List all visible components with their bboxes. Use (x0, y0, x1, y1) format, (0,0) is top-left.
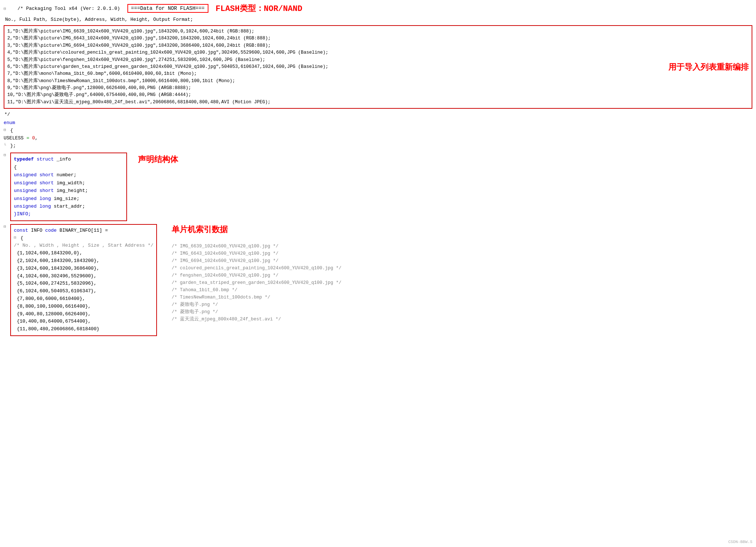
watermark: CSDN-BBW.S (728, 540, 752, 544)
data-entry-line: 9,"D:\图片库\png\菱致电子.png",128000,6626400,4… (7, 85, 749, 92)
data-entry-line: 10,"D:\图片库\png\菱致电子.png",64000,6754400,4… (7, 92, 749, 99)
const-entry-comment: /* garden_tea_striped_green_garden_1024x… (172, 279, 341, 286)
enum-member: USELESS (4, 135, 24, 141)
struct-member-line: unsigned short img_width; (14, 179, 123, 187)
const-entry-line: {9,400,80,128000,6626400}, (14, 311, 153, 318)
const-entry-comment: /* IMG_6639_1024x600_YUV420_q100.jpg */ (172, 243, 341, 250)
const-entry-comment: /* IMG_6643_1024x600_YUV420_q100.jpg */ (172, 250, 341, 257)
const-entry-comment: /* TimesNewRoman_1bit_100dots.bmp */ (172, 294, 341, 301)
const-entry-line: {7,800,60,6000,6610400}, (14, 295, 153, 303)
header-row: ⊟ /* Packaging Tool x64 (Ver: 2.0.1.0) =… (4, 3, 752, 14)
data-entry-line: 5,"D:\图片库\picture\fengshen_1024x600_YUV4… (7, 57, 749, 63)
const-declaration-rest: BINARY_INFO[11] = (60, 228, 108, 233)
struct-name: _info (57, 157, 71, 162)
struct-member-line: unsigned long start_addr; (14, 203, 123, 210)
fold-indicator-enum-close: └ (4, 142, 10, 149)
const-kw: const (14, 228, 28, 233)
index-label: 单片机索引数据 (168, 224, 228, 235)
data-entry-line: 1,"D:\图片库\picture\IMG_6639_1024x600_YUV4… (7, 28, 749, 35)
typedef-keyword: typedef (14, 157, 34, 162)
col-headers: No., Full Path, Size(byte), Address, Wid… (4, 17, 752, 22)
struct-box: typedef struct _info { unsigned short nu… (10, 153, 127, 221)
data-entry-line: 3,"D:\图片库\picture\IMG_6694_1024x600_YUV4… (7, 42, 749, 49)
enum-keyword: enum (4, 120, 15, 126)
fold-indicator-struct: ⊟ (4, 153, 10, 157)
const-section-row: ⊟ const INFO code BINARY_INFO[11] = ⊟ { … (4, 224, 752, 336)
struct-member-line: unsigned short img_height; (14, 187, 123, 194)
const-entry-comment: /* fengshen_1024x600_YUV420_q100.jpg */ (172, 272, 341, 279)
page-container: ⊟ /* Packaging Tool x64 (Ver: 2.0.1.0) =… (0, 0, 756, 547)
comment-close: */ (4, 112, 752, 117)
data-entry-line: 7,"D:\图片库\mono\Tahoma_1bit_60.bmp",6000,… (7, 70, 749, 77)
const-entry-line: {11,800,480,20606866,6818400} (14, 325, 153, 333)
struct-close: }INFO; (14, 210, 123, 218)
data-entry-line: 11,"D:\图片库\avi\蓝天流云_mjpeg_800x480_24f_be… (7, 99, 749, 106)
header-comment: /* Packaging Tool x64 (Ver: 2.0.1.0) (18, 6, 120, 11)
fold-indicator-const-brace: ⊟ (14, 235, 20, 241)
struct-open-brace: { (14, 163, 123, 171)
struct-member-line: unsigned short number; (14, 171, 123, 179)
const-entry-line: {5,1024,600,274251,5832096}, (14, 280, 153, 288)
const-entry-comment: /* 蓝天流云_mjpeg_800x480_24f_best.avi */ (172, 316, 341, 323)
const-entry-line: {2,1024,600,1843200,1843200}, (14, 257, 153, 265)
data-entry-line: 4,"D:\图片库\picture\coloured_pencils_great… (7, 49, 749, 56)
const-box: const INFO code BINARY_INFO[11] = ⊟ { /*… (10, 224, 157, 336)
code-kw: code (45, 228, 57, 233)
data-entry-line: 8,"D:\图片库\mono\TimesNewRoman_1bit_100dot… (7, 78, 749, 85)
fold-indicator-const: ⊟ (4, 224, 10, 229)
const-entry-line: {6,1024,600,504053,6106347}, (14, 288, 153, 295)
data-entries-box: 1,"D:\图片库\picture\IMG_6639_1024x600_YUV4… (4, 25, 752, 109)
reimport-label: 用于导入列表重新编排 (668, 62, 749, 73)
const-entry-comment: /* 菱致电子.png */ (172, 308, 341, 316)
const-entry-comment: /* coloured_pencils_great_painting_1024x… (172, 265, 341, 272)
enum-close-brace: }; (10, 142, 16, 150)
struct-section-row: ⊟ typedef struct _info { unsigned short … (4, 153, 752, 221)
const-open-brace: { (20, 235, 23, 242)
data-entry-line: 6,"D:\图片库\picture\garden_tea_striped_gre… (7, 63, 749, 70)
const-entry-line: {1,1024,600,1843200,0}, (14, 250, 153, 257)
data-box-label: ===Data for NOR FLASH=== (127, 4, 208, 13)
const-entry-line: {3,1024,600,1843200,3686400}, (14, 265, 153, 273)
struct-label: 声明结构体 (138, 153, 178, 165)
enum-section: enum ⊟ { USELESS = 0, └ }; (4, 119, 752, 150)
const-entry-comment: /* IMG_6694_1024x600_YUV420_q100.jpg */ (172, 257, 341, 265)
flash-type-label: FLASH类型：NOR/NAND (216, 3, 303, 14)
data-entry-line: 2,"D:\图片库\picture\IMG_6643_1024x600_YUV4… (7, 35, 749, 42)
enum-open-brace: { (10, 127, 13, 135)
struct-close-label: }INFO; (14, 211, 31, 217)
enum-comma: , (35, 135, 38, 141)
const-entry-comment: /* Tahoma_1bit_60.bmp */ (172, 286, 341, 294)
enum-equals: = (24, 135, 32, 141)
const-entry-line: {10,400,80,64000,6754400}, (14, 318, 153, 325)
fold-indicator-enum: ⊟ (4, 127, 10, 134)
enum-value: 0 (32, 135, 35, 141)
struct-member-line: unsigned long img_size; (14, 195, 123, 203)
const-entry-comment: /* 菱致电子.png */ (172, 301, 341, 308)
const-entry-line: {4,1024,600,302496,5529600}, (14, 273, 153, 280)
struct-keyword: struct (37, 157, 54, 162)
fold-indicator-header: ⊟ (4, 6, 10, 11)
const-entry-line: {8,800,100,10000,6616400}, (14, 303, 153, 311)
const-comment-header: /* No. , Width , Height , Size , Start A… (14, 242, 153, 250)
